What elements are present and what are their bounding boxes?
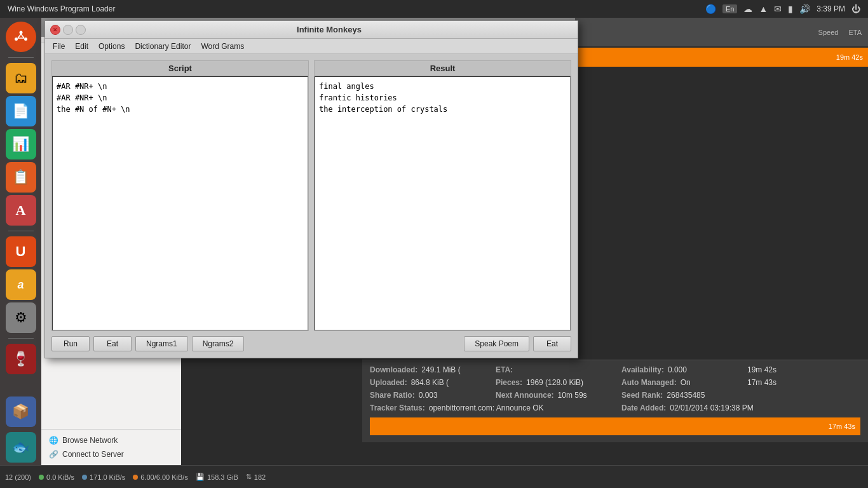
system-bar-right: 🔵 En ☁ ▲ ✉ ▮ 🔊 3:39 PM ⏻	[705, 4, 868, 14]
tracker-status-value: openbittorrent.com: Announce OK	[429, 403, 544, 412]
transfer-value: 6.00/6.00 KiB/s	[140, 473, 188, 481]
info-tracker-status: Tracker Status: openbittorrent.com: Anno…	[370, 403, 609, 412]
browse-network-label: Browse Network	[62, 436, 118, 445]
menu-edit[interactable]: Edit	[70, 41, 93, 52]
result-line-2: frantic histories	[319, 92, 566, 104]
sidebar-icon-wine[interactable]: 🍷	[6, 344, 36, 374]
sidebar-icon-amazon[interactable]: a	[6, 269, 36, 300]
result-line-3: the interception of crystals	[319, 104, 566, 115]
transfer-indicator	[133, 475, 138, 480]
wine-result-panel: Result final angles frantic histories th…	[314, 60, 571, 331]
seed-rank-value: 268435485	[667, 391, 705, 400]
language-indicator[interactable]: En	[722, 4, 737, 13]
sidebar-divider-1	[8, 57, 34, 58]
torrent-time-2: 17m 43s	[829, 423, 855, 430]
torrent-time-1: 19m 42s	[836, 53, 863, 61]
sidebar-icon-software-center[interactable]: U	[6, 236, 36, 267]
browse-network-icon: 🌐	[49, 436, 58, 445]
downloaded-value: 249.1 MiB (	[421, 365, 460, 374]
script-line-3: the #N of #N+ \n	[57, 104, 304, 115]
power-icon[interactable]: ⏻	[851, 4, 860, 14]
result-content[interactable]: final angles frantic histories the inter…	[315, 76, 571, 330]
volume-icon: 🔊	[799, 4, 810, 14]
sidebar-icon-presentation[interactable]: 📋	[6, 162, 36, 193]
info-auto-managed: Auto Managed: On	[621, 378, 735, 387]
connect-label: Connect to Server	[62, 450, 124, 459]
info-share-ratio: Share Ratio: 0.003	[370, 391, 483, 400]
down-speed: 0.0 KiB/s	[46, 473, 74, 481]
uploaded-label: Uploaded:	[370, 378, 407, 387]
svg-point-3	[15, 37, 18, 41]
ngrams1-button[interactable]: Ngrams1	[135, 336, 188, 351]
date-added-value: 02/01/2014 03:19:38 PM	[670, 403, 753, 412]
browse-network-link[interactable]: 🌐 Browse Network	[46, 435, 176, 446]
sidebar-divider-2	[8, 231, 34, 231]
up-speed: 171.0 KiB/s	[90, 473, 125, 481]
status-peers: ⇅ 182	[246, 473, 266, 481]
tracker-status-label: Tracker Status:	[370, 403, 425, 412]
menu-word-grams[interactable]: Word Grams	[196, 41, 249, 52]
svg-point-1	[19, 31, 22, 34]
run-button[interactable]: Run	[51, 336, 90, 351]
wine-buttons-left: Run Eat Ngrams1 Ngrams2	[51, 336, 244, 351]
menu-options[interactable]: Options	[93, 41, 130, 52]
sidebar-icon-misc2[interactable]: 🐟	[6, 432, 36, 463]
info-uploaded: Uploaded: 864.8 KiB (	[370, 378, 483, 387]
script-line-2: #AR #NR+ \n	[57, 92, 304, 104]
battery-icon: ▮	[788, 4, 793, 14]
speed2-value: 17m 43s	[747, 378, 776, 387]
connect-icon: 🔗	[49, 450, 58, 459]
auto-managed-value: On	[681, 378, 691, 387]
wifi-icon: ▲	[759, 4, 768, 14]
wine-menubar: File Edit Options Dictionary Editor Word…	[45, 39, 578, 54]
sidebar-icon-settings[interactable]: ⚙	[6, 302, 36, 333]
eat-button-right[interactable]: Eat	[533, 336, 571, 351]
result-line-1: final angles	[319, 81, 566, 92]
sidebar-icon-spreadsheet[interactable]: 📊	[6, 129, 36, 159]
wine-script-panel: Script #AR #NR+ \n #AR #NR+ \n the #N of…	[51, 60, 309, 331]
status-disk: 💾 158.3 GiB	[196, 473, 238, 481]
wine-buttons-container: Run Eat Ngrams1 Ngrams2 Speak Poem Eat	[51, 336, 571, 351]
peers-value: 182	[254, 473, 266, 481]
sidebar: 🗂 📄 📊 📋 A U a ⚙ 🍷 📦 🐟	[0, 18, 41, 465]
script-content[interactable]: #AR #NR+ \n #AR #NR+ \n the #N of #N+ \n	[52, 76, 308, 330]
sidebar-icon-text-editor[interactable]: A	[6, 195, 36, 226]
result-header: Result	[315, 61, 571, 76]
info-next-announce: Next Announce: 10m 59s	[496, 391, 609, 400]
sidebar-divider-3	[8, 338, 34, 339]
sidebar-icon-files[interactable]: 🗂	[6, 63, 36, 93]
ngrams2-button[interactable]: Ngrams2	[192, 336, 245, 351]
wine-title-bar: ✕ Infinite Monkeys	[45, 21, 578, 39]
peers-icon: ⇅	[246, 473, 252, 481]
wine-minimize-button[interactable]	[63, 25, 73, 35]
mail-icon: ✉	[774, 4, 782, 14]
system-title: Wine Windows Program Loader	[0, 4, 705, 13]
speak-poem-button[interactable]: Speak Poem	[464, 336, 529, 351]
status-transfer: 6.00/6.00 KiB/s	[133, 473, 188, 481]
torrent-info-grid: Downloaded: 249.1 MiB ( ETA: Availabilit…	[370, 365, 860, 412]
menu-file[interactable]: File	[48, 41, 70, 52]
clock: 3:39 PM	[817, 4, 845, 13]
wine-maximize-button[interactable]	[76, 25, 86, 35]
sidebar-icon-document[interactable]: 📄	[6, 96, 36, 126]
info-downloaded: Downloaded: 249.1 MiB (	[370, 365, 483, 374]
connect-to-server-link[interactable]: 🔗 Connect to Server	[46, 449, 176, 460]
auto-managed-label: Auto Managed:	[621, 378, 677, 387]
wine-panels: Script #AR #NR+ \n #AR #NR+ \n the #N of…	[51, 60, 571, 331]
speed-header: Speed	[818, 29, 839, 36]
wine-close-button[interactable]: ✕	[50, 25, 60, 35]
menu-dictionary-editor[interactable]: Dictionary Editor	[130, 41, 196, 52]
date-added-label: Date Added:	[621, 403, 666, 412]
bluetooth-icon: 🔵	[705, 4, 716, 14]
sidebar-ubuntu-logo[interactable]	[6, 22, 36, 52]
torrent-row-2[interactable]: 17m 43s	[370, 417, 860, 435]
status-down: 0.0 KiB/s	[39, 473, 74, 481]
info-seed-rank: Seed Rank: 268435485	[621, 391, 735, 400]
system-bar: Wine Windows Program Loader 🔵 En ☁ ▲ ✉ ▮…	[0, 0, 868, 18]
eat-button-left[interactable]: Eat	[93, 336, 132, 351]
torrent-info-bar: Downloaded: 249.1 MiB ( ETA: Availabilit…	[362, 360, 868, 442]
availability-value: 0.000	[668, 365, 687, 374]
next-announce-value: 10m 59s	[558, 391, 587, 400]
script-header: Script	[52, 61, 308, 76]
sidebar-icon-misc1[interactable]: 📦	[6, 396, 36, 427]
